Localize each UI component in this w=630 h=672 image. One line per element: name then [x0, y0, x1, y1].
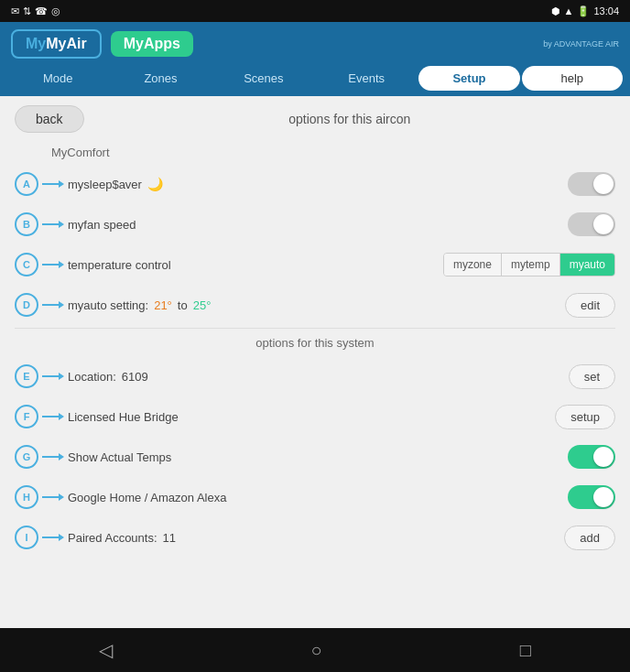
logo-bar: MyMyAir MyApps by ADVANTAGE AIR: [0, 22, 630, 66]
option-d-label: myauto setting: 21° to 25°: [68, 298, 565, 312]
option-b-toggle[interactable]: [568, 212, 615, 236]
option-a-toggle[interactable]: [568, 172, 615, 196]
arrow-a: [42, 183, 60, 185]
page-title: options for this aircon: [84, 112, 615, 126]
tab-setup[interactable]: Setup: [418, 66, 519, 91]
badge-b: B: [15, 212, 38, 236]
wifi-icon: ▲: [564, 5, 574, 16]
myapps-logo-text: MyApps: [124, 36, 180, 51]
content-area: back options for this aircon MyComfort A…: [0, 96, 630, 628]
option-a-label: mysleep$aver 🌙: [68, 177, 568, 191]
myair-logo-text: MyAir: [46, 36, 86, 51]
sync-icon: ⇅: [23, 5, 31, 17]
option-g-toggle[interactable]: [568, 445, 615, 469]
mail-icon: ✉: [11, 5, 19, 17]
tab-scenes[interactable]: Scenes: [213, 66, 314, 91]
status-left-icons: ✉ ⇅ ☎ ◎: [11, 5, 60, 17]
edit-button[interactable]: edit: [565, 293, 615, 318]
home-nav-icon[interactable]: ○: [310, 640, 321, 661]
badge-h: H: [15, 485, 38, 509]
option-row-g: G Show Actual Temps: [15, 438, 615, 476]
back-button[interactable]: back: [15, 105, 84, 133]
option-b-label: myfan speed: [68, 218, 568, 232]
badge-f: F: [15, 405, 38, 428]
option-row-a: A mysleep$aver 🌙: [15, 165, 615, 203]
battery-icon: 🔋: [577, 5, 590, 17]
option-g-label: Show Actual Temps: [68, 450, 568, 464]
record-icon: ◎: [51, 5, 60, 17]
nav-tabs: Mode Zones Scenes Events Setup help: [0, 66, 630, 96]
badge-i: I: [15, 526, 38, 549]
divider-1: [15, 328, 615, 329]
moon-icon: 🌙: [147, 177, 163, 191]
phone-icon: ☎: [35, 5, 48, 17]
badge-a: A: [15, 172, 38, 196]
back-nav-icon[interactable]: ◁: [99, 639, 113, 661]
arrow-d: [42, 304, 60, 306]
badge-g: G: [15, 445, 38, 469]
location-value: 6109: [122, 370, 148, 384]
myauto-to: to: [178, 298, 188, 312]
mycomfort-label: MyComfort: [51, 146, 615, 159]
option-c-label: temperature control: [68, 258, 443, 272]
app-header: MyMyAir MyApps by ADVANTAGE AIR Mode Zon…: [0, 22, 630, 96]
setup-button[interactable]: setup: [555, 405, 615, 429]
phone-frame: MyMyAir MyApps by ADVANTAGE AIR Mode Zon…: [0, 22, 630, 672]
set-button[interactable]: set: [569, 364, 615, 389]
badge-c: C: [15, 253, 38, 276]
tab-events[interactable]: Events: [316, 66, 417, 91]
nav-bar: ◁ ○ □: [0, 628, 630, 672]
status-bar: ✉ ⇅ ☎ ◎ ⬢ ▲ 🔋 13:04: [0, 0, 630, 22]
back-row: back options for this aircon: [15, 105, 615, 133]
advantage-air-text: by ADVANTAGE AIR: [543, 39, 619, 49]
option-row-h: H Google Home / Amazon Alexa: [15, 478, 615, 516]
arrow-g: [42, 456, 60, 458]
option-row-f: F Licensed Hue Bridge setup: [15, 397, 615, 436]
tab-help[interactable]: help: [522, 66, 623, 91]
arrow-i: [42, 537, 60, 538]
option-h-toggle[interactable]: [568, 485, 615, 509]
option-row-d: D myauto setting: 21° to 25° edit: [15, 286, 615, 324]
option-row-b: B myfan speed: [15, 205, 615, 244]
myauto-value2: 25°: [193, 298, 212, 312]
paired-accounts-value: 11: [163, 531, 176, 545]
arrow-h: [42, 496, 60, 498]
temp-control-segmented: myzone mytemp myauto: [443, 253, 615, 276]
myair-logo[interactable]: MyMyAir: [11, 29, 102, 59]
bluetooth-icon: ⬢: [551, 5, 560, 17]
recents-nav-icon[interactable]: □: [520, 640, 531, 661]
badge-d: D: [15, 293, 38, 317]
option-e-label: Location: 6109: [68, 370, 569, 384]
seg-mytemp[interactable]: mytemp: [501, 254, 559, 276]
time-display: 13:04: [593, 5, 619, 16]
arrow-e: [42, 375, 60, 377]
arrow-b: [42, 223, 60, 225]
option-row-e: E Location: 6109 set: [15, 357, 615, 396]
option-row-i: I Paired Accounts: 11 add: [15, 518, 615, 557]
add-button[interactable]: add: [564, 526, 615, 550]
arrow-f: [42, 416, 60, 417]
seg-myauto[interactable]: myauto: [559, 254, 614, 276]
tab-zones[interactable]: Zones: [110, 66, 211, 91]
myauto-value1: 21°: [154, 298, 172, 312]
option-i-label: Paired Accounts: 11: [68, 531, 564, 545]
status-right-icons: ⬢ ▲ 🔋 13:04: [551, 5, 619, 17]
option-f-label: Licensed Hue Bridge: [68, 410, 555, 424]
badge-e: E: [15, 364, 38, 388]
tab-mode[interactable]: Mode: [7, 66, 108, 91]
seg-myzone[interactable]: myzone: [444, 254, 501, 276]
option-h-label: Google Home / Amazon Alexa: [68, 491, 568, 504]
option-row-c: C temperature control myzone mytemp myau…: [15, 245, 615, 284]
myapps-logo[interactable]: MyApps: [111, 31, 193, 57]
arrow-c: [42, 264, 60, 266]
system-section-label: options for this system: [15, 336, 615, 350]
